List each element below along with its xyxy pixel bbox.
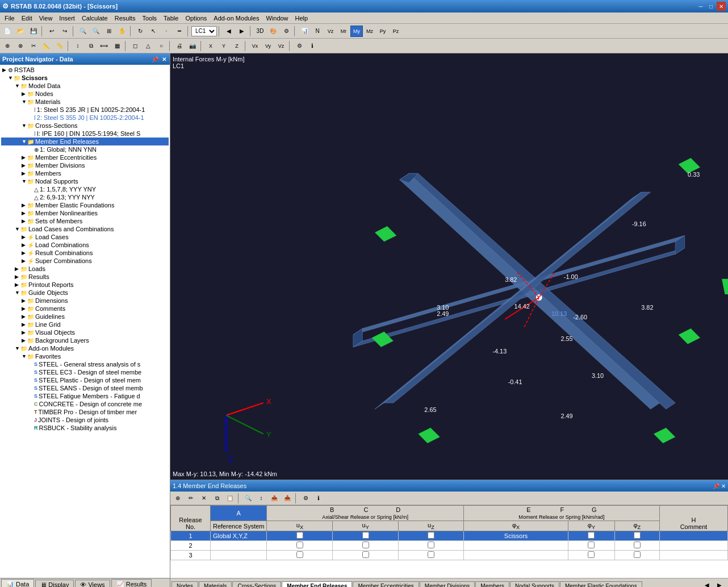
tree-nodes[interactable]: ▶ 📁 Nodes — [1, 90, 169, 98]
menu-options[interactable]: Options — [182, 14, 210, 23]
cell-uz-1[interactable] — [399, 531, 464, 541]
checkbox-phiy-3[interactable] — [634, 551, 641, 558]
menu-view[interactable]: View — [36, 14, 56, 23]
tree-collapse-eccentricities[interactable]: ▶ — [22, 155, 27, 160]
menu-tools[interactable]: Tools — [139, 14, 160, 23]
tb2-x[interactable]: X — [204, 40, 217, 52]
tree-collapse-line-grid[interactable]: ▶ — [22, 322, 27, 327]
tree-dimensions[interactable]: ▶ 📁 Dimensions — [1, 297, 169, 305]
nav-close-button[interactable]: ✕ — [161, 56, 168, 63]
cell-uy-1[interactable] — [333, 531, 399, 541]
tb2-6[interactable]: ◻ — [129, 40, 141, 52]
tree-joints[interactable]: J JOINTS - Design of joints — [1, 416, 169, 424]
nav-pin-button[interactable]: 📌 — [150, 56, 160, 63]
bottom-close-icon[interactable]: ✕ — [721, 483, 726, 489]
btb-copy[interactable]: ⧉ — [211, 493, 223, 504]
checkbox-uy-2[interactable] — [362, 542, 369, 548]
tree-collapse-result-combos[interactable]: ▶ — [22, 250, 27, 256]
tree-scissors[interactable]: ▼ 📁 Scissors — [1, 74, 169, 82]
tree-collapse-rstab[interactable]: ▶ — [2, 67, 8, 73]
tree-result-combinations[interactable]: ▶ ⚡ Result Combinations — [1, 249, 169, 257]
tb-prev[interactable]: ◀ — [223, 26, 235, 37]
tb-Mz[interactable]: Mz — [363, 26, 376, 37]
tb2-screenshot[interactable]: 📷 — [186, 40, 199, 52]
tree-comments[interactable]: ▶ 📁 Comments — [1, 305, 169, 313]
tree-timber-pro[interactable]: T TIMBER Pro - Design of timber mer — [1, 408, 169, 416]
tb-Py[interactable]: Py — [376, 26, 389, 37]
checkbox-uz-2[interactable] — [428, 542, 434, 548]
tree-results[interactable]: ▶ 📁 Results — [1, 273, 169, 281]
nav-tab-display[interactable]: 🖥 Display — [35, 580, 74, 588]
tree-collapse-guide-objects[interactable]: ▼ — [15, 290, 20, 295]
tree-steel-ec3[interactable]: S STEEL EC3 - Design of steel membe — [1, 368, 169, 376]
btb-filter[interactable]: 🔍 — [242, 493, 254, 504]
tb-node[interactable]: · — [160, 26, 173, 37]
tree-guide-objects[interactable]: ▼ 📁 Guide Objects — [1, 289, 169, 297]
cell-ux-1[interactable] — [267, 531, 333, 541]
tree-steel-plastic[interactable]: S STEEL Plastic - Design of steel mem — [1, 376, 169, 384]
tree-elastic-foundations[interactable]: ▶ 📁 Member Elastic Foundations — [1, 201, 169, 209]
checkbox-ux-2[interactable] — [296, 542, 303, 548]
tree-collapse-sets[interactable]: ▶ — [22, 218, 27, 224]
btb-export[interactable]: 📤 — [268, 493, 281, 504]
cell-phiy-2[interactable] — [614, 541, 659, 551]
nav-tab-views[interactable]: 👁 Views — [75, 580, 110, 588]
tree-addon-modules[interactable]: ▼ 📁 Add-on Modules — [1, 344, 169, 352]
tb2-copy[interactable]: ⧉ — [85, 40, 97, 52]
tb-results-toggle[interactable]: 📊 — [298, 26, 311, 37]
tree-steel-fatigue[interactable]: S STEEL Fatigue Members - Fatigue d — [1, 392, 169, 400]
title-bar-controls[interactable]: ─ □ ✕ — [696, 2, 726, 11]
close-button[interactable]: ✕ — [717, 2, 726, 11]
menu-insert[interactable]: Insert — [56, 14, 78, 23]
tree-collapse-loads[interactable]: ▶ — [15, 266, 20, 272]
checkbox-phix-2[interactable] — [588, 542, 595, 548]
tb-forces[interactable]: N — [311, 26, 324, 37]
tb-render[interactable]: 🎨 — [267, 26, 279, 37]
tb-next[interactable]: ▶ — [236, 26, 248, 37]
menu-help[interactable]: Help — [292, 14, 312, 23]
btab-materials[interactable]: Materials — [199, 581, 232, 587]
tree-background-layers[interactable]: ▶ 📁 Background Layers — [1, 336, 169, 344]
tree-visual-objects[interactable]: ▶ 📁 Visual Objects — [1, 328, 169, 336]
checkbox-uz-3[interactable] — [428, 551, 434, 558]
tree-collapse-members[interactable]: ▶ — [22, 170, 27, 176]
tree-collapse-nodal-supports[interactable]: ▼ — [22, 178, 27, 184]
tb-select[interactable]: ↖ — [147, 26, 160, 37]
tb2-3[interactable]: ✂ — [27, 40, 40, 52]
tb2-vz2[interactable]: Vz — [275, 40, 287, 52]
cell-uz-2[interactable] — [399, 541, 464, 551]
btb-info[interactable]: ℹ — [312, 493, 325, 504]
tb2-info[interactable]: ℹ — [306, 40, 319, 52]
tb2-7[interactable]: △ — [142, 40, 154, 52]
tb2-y[interactable]: Y — [217, 40, 230, 52]
tree-collapse-model-data[interactable]: ▼ — [15, 83, 20, 89]
tree-collapse-cross-sections[interactable]: ▼ — [22, 123, 27, 128]
btb-settings[interactable]: ⚙ — [299, 493, 312, 504]
tb-Vz[interactable]: Vz — [324, 26, 337, 37]
tree-member-end-releases[interactable]: ▼ 📁 Member End Releases — [1, 138, 169, 145]
btab-nodes[interactable]: Nodes — [171, 581, 198, 587]
cell-phix-2[interactable] — [568, 541, 614, 551]
tb-new[interactable]: 📄 — [1, 26, 14, 37]
tree-sets-of-members[interactable]: ▶ 📁 Sets of Members — [1, 217, 169, 225]
tb2-vx[interactable]: Vx — [249, 40, 261, 52]
minimize-button[interactable]: ─ — [696, 2, 705, 11]
tree-collapse-printout[interactable]: ▶ — [15, 282, 20, 288]
tree-collapse-lc[interactable]: ▼ — [15, 226, 20, 232]
nav-tab-data[interactable]: 📊 Data — [1, 579, 34, 587]
btab-members[interactable]: Members — [475, 581, 509, 587]
tree-collapse-guidelines[interactable]: ▶ — [22, 314, 27, 319]
cell-phiy-3[interactable] — [614, 551, 659, 560]
tb-Mr[interactable]: Mr — [337, 26, 350, 37]
checkbox-uz-1[interactable] — [428, 532, 434, 539]
checkbox-uy-3[interactable] — [362, 551, 369, 558]
tree-collapse-materials[interactable]: ▼ — [22, 99, 27, 105]
cell-phiy-1[interactable] — [614, 531, 659, 541]
table-row[interactable]: 1 Global X,Y,Z Scissors — [171, 531, 728, 541]
checkbox-phix-1[interactable] — [588, 532, 595, 539]
table-row[interactable]: 3 — [171, 551, 728, 560]
tree-steel-sans[interactable]: S STEEL SANS - Design of steel memb — [1, 384, 169, 392]
tree-load-combinations[interactable]: ▶ ⚡ Load Combinations — [1, 241, 169, 249]
tree-collapse-nonlinear[interactable]: ▶ — [22, 210, 27, 216]
nav-tab-results[interactable]: 📈 Results — [111, 579, 152, 587]
